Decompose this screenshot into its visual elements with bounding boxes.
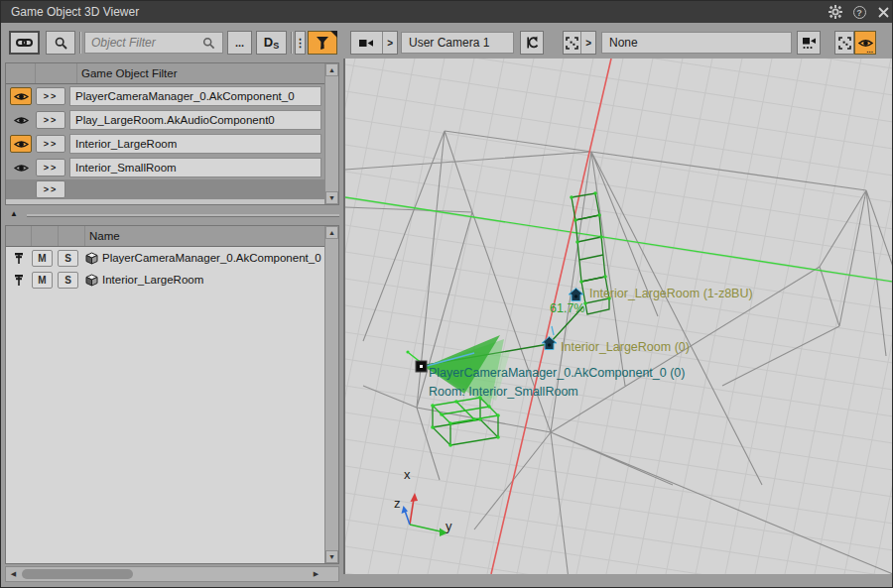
pin-icon[interactable] [6,252,32,265]
reset-camera-button[interactable] [520,31,544,55]
game-object-filter-table: Game Object Filter >> PlayerCameraManage… [5,62,339,205]
menu-corner-indicator [330,31,337,38]
expand-button[interactable]: >> [36,111,65,129]
frame-object-dropdown[interactable]: > [580,32,595,54]
solo-button[interactable]: S [58,272,78,289]
follow-object-select[interactable]: None [601,32,792,54]
watch-eye-toggle[interactable] [10,87,32,105]
reset-icon [525,36,540,50]
watch-eye-toggle[interactable] [10,135,32,153]
panel-splitter[interactable]: ▲ [5,205,339,225]
expand-button[interactable]: >> [36,135,65,153]
portal-axis-tick [552,326,554,335]
camera-mode-dropdown[interactable]: > [382,32,397,54]
filter-table-header: Game Object Filter [6,63,338,84]
filter-funnel-icon [316,36,330,50]
camera-select[interactable]: User Camera 1 [401,32,514,54]
camera-follow-icon [802,37,817,50]
selection-frame-icon [838,37,851,50]
titlebar: Game Object 3D Viewer ? [1,1,892,23]
scroll-down-button[interactable]: ▼ [325,550,338,563]
name-table-header: Name [6,226,338,247]
filter-row[interactable]: >> Play_LargeRoom.AkAudioComponent0 [6,108,338,132]
camera-icon [351,38,382,49]
scroll-down-button[interactable]: ▼ [325,191,338,204]
world-axis-green-line [345,197,893,282]
help-button[interactable]: ? [851,4,867,20]
solo-button[interactable]: S [58,250,78,267]
help-icon: ? [853,6,866,19]
game-object-cube-icon [85,274,98,287]
frame-all-button[interactable] [834,31,854,55]
filter-name-cell[interactable]: PlayerCameraManager_0.AkComponent_0 [69,86,321,106]
expand-button[interactable]: >> [36,180,65,198]
settings-gear-icon[interactable] [828,4,843,20]
game-object-cube-icon [85,252,98,265]
frame-object-button[interactable]: > [563,31,596,55]
3d-viewport[interactable]: Interior_LargeRoom (1-z8BU) 61.7% Interi… [343,59,893,574]
room-geometry-wireframe [345,131,893,574]
filter-row[interactable]: >> Interior_LargeRoom [6,132,338,156]
listener-marker [416,361,427,372]
watched-objects-table: Name M S PlayerCameraManager_0.AkCompone… [5,225,339,564]
toolbar-separator [79,32,80,54]
name-column-header: Name [85,226,324,246]
eye-icon [14,115,29,126]
ds-icon: DS [264,35,279,51]
pin-icon[interactable] [6,274,32,287]
filter-search-icon [202,36,215,54]
watched-object-row[interactable]: M S PlayerCameraManager_0.AkComponent_0 [6,247,338,269]
eye-icon [14,91,29,102]
splitter-collapse-icon[interactable]: ▲ [10,209,18,218]
window-title: Game Object 3D Viewer [11,1,139,23]
eye-icon [14,139,29,150]
mute-button[interactable]: M [32,250,53,267]
filter-table-vscrollbar[interactable]: ▲ ▼ [324,63,338,204]
watched-object-name: Interior_LargeRoom [102,274,323,286]
game-object-filter-toggle[interactable] [308,31,337,55]
axis-gizmo [402,493,448,536]
scroll-up-button[interactable]: ▲ [325,226,338,239]
link-icon [16,37,33,49]
name-table-vscrollbar[interactable]: ▲ ▼ [324,226,338,563]
filter-table-header-label: Game Object Filter [77,63,324,83]
gear-icon [829,5,842,19]
scroll-left-button[interactable]: ◀ [7,568,20,580]
follow-camera-button[interactable] [797,31,821,55]
search-button[interactable] [46,31,75,55]
game-object-3d-viewer-window: Game Object 3D Viewer ? ... DS ⋮ [0,0,893,588]
close-button[interactable] [875,4,891,20]
floor-grid [345,59,893,574]
display-settings-button[interactable]: DS [256,31,287,55]
filter-row[interactable]: >> Interior_SmallRoom [6,156,338,179]
filter-row[interactable]: >> PlayerCameraManager_0.AkComponent_0 [6,84,338,108]
more-options-button[interactable]: ... [227,31,252,55]
mute-button[interactable]: M [32,272,53,289]
watched-object-name: PlayerCameraManager_0.AkComponent_0 [102,252,323,264]
overflow-menu-button[interactable]: ⋮ [295,31,306,55]
hscroll-thumb[interactable] [22,569,133,579]
watched-object-row[interactable]: M S Interior_LargeRoom [6,269,338,291]
eye-more-indicator: ... [866,48,873,53]
toolbar-separator [291,32,292,54]
expand-button[interactable]: >> [36,159,65,176]
expand-button[interactable]: >> [36,87,65,105]
3d-scene[interactable] [345,59,893,574]
filter-name-cell[interactable]: Interior_SmallRoom [69,158,321,177]
link-view-button[interactable] [9,31,40,55]
eye-icon [14,163,29,174]
filter-name-cell[interactable]: Play_LargeRoom.AkAudioComponent0 [69,110,321,130]
filter-name-cell[interactable]: Interior_LargeRoom [69,134,321,154]
close-icon [878,7,889,18]
search-icon [55,37,67,50]
visibility-options-toggle[interactable]: ... [854,31,876,55]
kebab-icon: ⋮ [295,37,306,50]
scroll-up-button[interactable]: ▲ [325,63,338,76]
selection-frame-icon [564,37,580,50]
watch-eye-toggle[interactable] [10,159,32,176]
camera-mode-button[interactable]: > [350,31,398,55]
watch-eye-toggle[interactable] [10,111,32,129]
name-table-hscrollbar[interactable]: ◀ ▶ [5,566,339,582]
scroll-right-button[interactable]: ▶ [310,568,322,580]
filter-add-row[interactable]: >> [6,179,338,199]
